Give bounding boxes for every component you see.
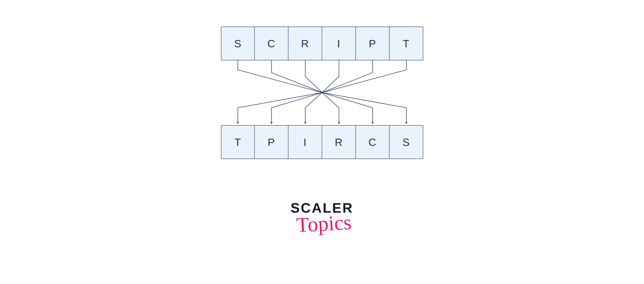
top-cell-3: I <box>322 27 356 60</box>
bottom-cell-4: C <box>356 125 390 159</box>
top-letter-row: S C R I P T <box>221 27 423 60</box>
bottom-cell-5: S <box>390 125 423 159</box>
bottom-cell-3: R <box>322 125 356 159</box>
brand-subtitle: Topics <box>296 212 352 235</box>
brand-logo: SCALER Topics <box>290 201 353 234</box>
diagram-canvas: S C R I P T T P <box>190 0 455 284</box>
top-cell-5: T <box>390 27 423 60</box>
bottom-letter-row: T P I R C S <box>221 125 423 159</box>
bottom-cell-2: I <box>288 125 322 159</box>
top-cell-1: C <box>255 27 288 60</box>
top-cell-0: S <box>221 27 255 60</box>
bottom-cell-0: T <box>221 125 255 159</box>
reverse-mapping-arrows <box>221 60 423 125</box>
top-cell-2: R <box>288 27 322 60</box>
top-cell-4: P <box>356 27 390 60</box>
bottom-cell-1: P <box>255 125 288 159</box>
